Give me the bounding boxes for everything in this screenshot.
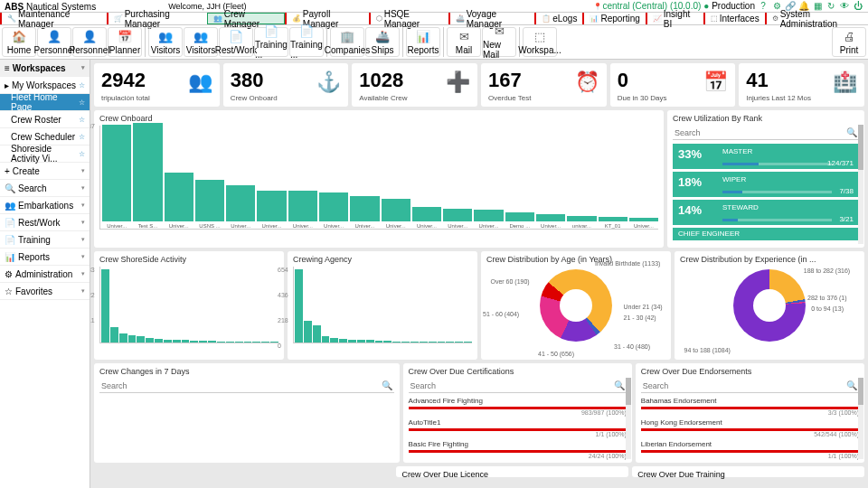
tab-purchasing-manager[interactable]: 🛒Purchasing Manager [107,13,207,24]
crew-onboard-chart[interactable]: 87 Univer...Test S...Univer...USNS ...Un… [99,126,658,230]
sidebar-item[interactable]: 📄Training▾ [0,231,90,249]
star-icon[interactable]: ☆ [79,150,85,158]
toolbar-training[interactable]: 📄Training ... [254,27,288,57]
bar[interactable] [446,342,454,343]
help-icon[interactable]: ? [758,1,769,12]
sidebar-item[interactable]: Shoreside Activity Vi...☆ [0,145,90,163]
sidebar-item[interactable]: +Create▾ [0,163,90,180]
shoreside-chart[interactable]: 6334222110 [99,267,278,343]
bar[interactable] [137,336,145,343]
bar[interactable] [366,340,374,343]
toolbar-training[interactable]: 📄Training ... [289,27,324,57]
toolbar-newmail[interactable]: ✉New Mail [482,27,516,57]
overdue-item[interactable]: Bahamas Endorsement3/3 (100%) [641,397,859,416]
utilization-item[interactable]: 14%STEWARD3/21 [673,200,859,225]
kpi-card[interactable]: 0Due in 30 Days📅 [610,63,736,107]
bar[interactable] [383,341,392,343]
overdue-item[interactable]: Liberian Endorsement1/1 (100%) [641,440,859,459]
search-icon[interactable]: 🔍 [382,380,392,390]
toolbar-personnel[interactable]: 👤Personnel [72,27,107,57]
bar[interactable] [322,336,330,343]
search-icon[interactable]: 🔍 [846,380,857,390]
bar[interactable] [401,342,410,343]
kpi-card[interactable]: 2942tripulación total👥 [94,63,220,107]
utilization-item[interactable]: 18%WIPER7/38 [673,172,859,197]
age-donut-chart[interactable] [540,269,612,342]
sidebar-item[interactable]: Fleet Home Page☆ [0,94,90,111]
bar[interactable]: Univer... [288,191,317,229]
search-box[interactable]: 🔍 [673,126,859,140]
bar[interactable]: Univer... [102,125,131,229]
sidebar-item[interactable]: 🔍Search▾ [0,180,90,197]
bar[interactable]: Univer... [319,192,348,229]
bar[interactable] [455,342,463,343]
search-box[interactable]: 🔍 [99,379,394,393]
toolbar-reports[interactable]: 📊Reports [406,27,440,57]
utilization-item[interactable]: 33%MASTER124/371 [673,144,859,169]
bar[interactable] [101,269,109,343]
tab-insight-bi[interactable]: 📈Insight BI [646,13,703,24]
bar[interactable]: Test S... [133,123,162,229]
sidebar-item[interactable]: 👥Embarkations▾ [0,197,90,214]
star-icon[interactable]: ☆ [79,116,85,124]
tab-interfaces[interactable]: ⬚Interfaces [703,13,765,24]
print-button[interactable]: 🖨Print [832,27,866,57]
bar[interactable] [392,342,401,343]
bar[interactable]: univar... [567,216,596,229]
bar[interactable]: Demo ... [505,212,534,229]
bar[interactable] [208,341,216,343]
bar[interactable] [348,340,356,343]
sidebar-item[interactable]: ⚙Administration▾ [0,266,90,283]
bar[interactable] [295,269,303,343]
tab-voyage-manager[interactable]: 🚢Voyage Manager [448,13,534,24]
kpi-card[interactable]: 41Injuries Last 12 Mos🏥 [739,63,864,107]
toolbar-visitors[interactable]: 👥Visitors [148,27,183,57]
overdue-item[interactable]: Hong Kong Endorsement542/544 (100%) [641,418,859,437]
toolbar-restwork[interactable]: 📄Rest/Work [219,27,253,57]
bar[interactable]: Univer... [350,196,379,229]
sidebar-item[interactable]: Crew Roster☆ [0,111,90,128]
bar[interactable] [164,340,172,343]
star-icon[interactable]: ☆ [79,133,85,141]
bar[interactable] [464,342,472,343]
bar[interactable] [155,339,163,343]
bar[interactable]: KT_01 [599,217,627,229]
search-input[interactable] [101,380,382,390]
bar[interactable]: Univer... [165,173,193,229]
kpi-card[interactable]: 167Overdue Test⏰ [481,63,607,107]
bar[interactable] [252,342,260,343]
bar[interactable]: Univer... [443,209,472,229]
bar[interactable]: Univer... [629,218,658,229]
bar[interactable] [261,342,269,343]
agency-chart[interactable]: 6544362180 [293,267,472,343]
bar[interactable] [420,342,428,343]
utilization-item[interactable]: CHIEF ENGINEER [673,228,859,240]
bar[interactable] [313,325,321,343]
tab-payroll-manager[interactable]: 💰Payroll Manager [285,13,369,24]
bar[interactable] [339,339,347,343]
scrollbar[interactable] [858,378,863,459]
toolbar-personnel[interactable]: 👤Personnel [37,27,71,57]
bar[interactable] [128,335,137,343]
search-input[interactable] [675,127,846,137]
bar[interactable] [304,321,312,343]
sidebar-header[interactable]: ≡Workspaces▾ [0,60,90,77]
bar[interactable]: Univer... [382,199,410,229]
star-icon[interactable]: ☆ [79,99,85,107]
bar[interactable]: Univer... [412,207,441,229]
toolbar-ships[interactable]: 🚢Ships [365,27,400,57]
bar[interactable] [429,342,437,343]
bar[interactable] [199,341,207,343]
tab-system-administration[interactable]: ⚙System Administration [765,13,868,24]
toolbar-workspa[interactable]: ⬚Workspa... [523,27,557,57]
kpi-card[interactable]: 1028Available Crew➕ [352,63,477,107]
sidebar-item[interactable]: 📄Rest/Work▾ [0,214,90,231]
scrollbar[interactable] [858,125,863,244]
overdue-item[interactable]: Basic Fire Fighting24/24 (100%) [409,440,627,459]
bar[interactable] [190,341,198,343]
bar[interactable] [173,340,181,343]
bar[interactable] [330,338,338,343]
bar[interactable] [182,340,190,343]
bar[interactable] [217,342,225,343]
bar[interactable] [357,340,365,343]
